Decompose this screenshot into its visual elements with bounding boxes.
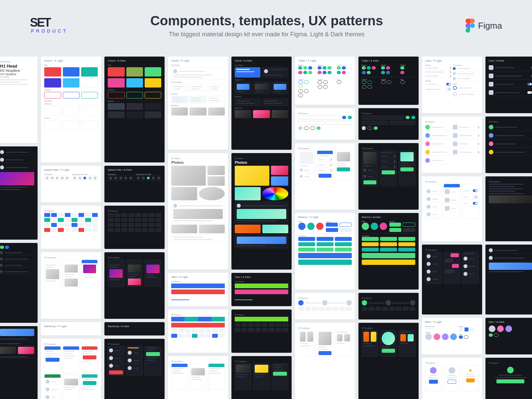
swatch[interactable] (126, 103, 143, 110)
swatch-cyan[interactable] (126, 78, 143, 88)
screen-preview[interactable] (380, 330, 397, 357)
swatch-blue[interactable] (63, 67, 79, 77)
swatch-white[interactable] (81, 78, 98, 88)
screen-preview[interactable] (81, 346, 98, 373)
fab[interactable] (362, 223, 369, 230)
chip[interactable] (308, 66, 312, 70)
input[interactable] (326, 121, 352, 125)
screen-preview[interactable] (145, 346, 161, 376)
input[interactable] (298, 121, 324, 125)
bottom-nav[interactable] (44, 175, 70, 181)
toggle[interactable] (446, 88, 451, 91)
chip[interactable] (303, 66, 307, 70)
card[interactable] (262, 67, 288, 78)
bottom-nav-fab[interactable] (72, 175, 98, 181)
fab[interactable] (298, 223, 306, 230)
screen-preview[interactable] (145, 260, 161, 287)
screen-preview[interactable] (317, 330, 333, 357)
card[interactable] (190, 84, 206, 92)
stroke-blue[interactable] (63, 92, 79, 99)
swatch-teal[interactable] (81, 67, 98, 77)
button[interactable] (326, 223, 337, 227)
screen-preview[interactable] (298, 150, 315, 181)
screen-preview[interactable] (108, 346, 124, 376)
screen-preview[interactable] (362, 330, 378, 357)
swatch[interactable] (126, 111, 143, 118)
card[interactable] (235, 99, 261, 106)
screen-preview[interactable] (272, 363, 288, 390)
chip[interactable] (298, 71, 302, 74)
screen-preview[interactable] (362, 150, 378, 186)
screen-preview[interactable] (298, 330, 315, 357)
screen-preview[interactable] (208, 363, 225, 390)
screen-preview[interactable] (44, 374, 61, 399)
tab-bar[interactable] (171, 290, 225, 294)
card[interactable] (208, 84, 225, 92)
tab-bar[interactable] (235, 296, 288, 300)
screen-preview[interactable] (253, 363, 270, 390)
swatch-yellow[interactable] (145, 78, 161, 88)
screen-preview[interactable] (108, 260, 124, 287)
screen-preview[interactable] (399, 330, 415, 357)
stroke[interactable] (108, 92, 124, 99)
tab-bar[interactable] (171, 296, 225, 300)
card[interactable] (171, 67, 225, 80)
fab[interactable] (316, 223, 324, 230)
card[interactable] (171, 84, 188, 92)
pin[interactable] (235, 82, 251, 94)
button-wide[interactable] (298, 253, 352, 258)
screen-preview[interactable] (317, 150, 333, 181)
card[interactable] (262, 99, 288, 106)
card[interactable] (171, 96, 188, 103)
screen-preview[interactable] (44, 346, 61, 373)
pin[interactable] (253, 82, 270, 94)
swatch[interactable] (145, 111, 161, 118)
feed-card[interactable] (235, 235, 288, 248)
screen-preview[interactable] (235, 363, 251, 390)
screen-preview[interactable] (380, 150, 397, 186)
card[interactable] (190, 96, 206, 103)
screen-preview[interactable] (190, 363, 206, 390)
screen-preview[interactable] (126, 260, 143, 287)
chip[interactable] (308, 71, 312, 74)
feed-card[interactable] (171, 235, 225, 242)
feed-card[interactable] (171, 202, 225, 223)
screen-preview[interactable] (171, 363, 188, 390)
chip[interactable] (303, 71, 307, 74)
screen-preview[interactable] (63, 374, 79, 399)
swatch-navy[interactable] (44, 78, 61, 88)
stroke-red[interactable] (44, 92, 61, 99)
screen-preview[interactable] (126, 346, 143, 376)
swatch-cyan[interactable] (63, 78, 79, 88)
tab-bar[interactable] (235, 284, 288, 288)
input[interactable] (298, 115, 340, 119)
list-item[interactable] (425, 74, 451, 78)
screen-preview[interactable] (399, 150, 415, 186)
screen-preview[interactable] (81, 260, 98, 288)
toggle[interactable] (446, 83, 451, 86)
card[interactable] (208, 96, 225, 103)
pin[interactable] (235, 110, 251, 118)
list-item[interactable] (425, 66, 451, 70)
swatch[interactable] (108, 111, 124, 118)
swatch-red[interactable] (44, 67, 61, 77)
fab[interactable] (307, 223, 315, 230)
pin[interactable] (190, 107, 206, 115)
card-featured[interactable] (235, 67, 260, 78)
pin[interactable] (171, 107, 188, 115)
pin[interactable] (208, 107, 225, 115)
feed-card[interactable] (235, 202, 288, 223)
stroke-teal[interactable] (81, 92, 98, 99)
button[interactable] (339, 223, 352, 227)
bottom-nav-fab[interactable] (136, 175, 161, 181)
swatch-pink[interactable] (108, 78, 124, 88)
pin[interactable] (272, 82, 288, 94)
step[interactable] (298, 300, 304, 305)
list-item[interactable] (425, 82, 451, 87)
screen-preview[interactable] (63, 260, 79, 288)
tab-bar[interactable] (171, 284, 225, 288)
screen-preview[interactable] (81, 374, 98, 399)
screen-preview[interactable] (335, 150, 352, 181)
list-item[interactable] (425, 70, 451, 74)
button[interactable] (298, 237, 315, 241)
